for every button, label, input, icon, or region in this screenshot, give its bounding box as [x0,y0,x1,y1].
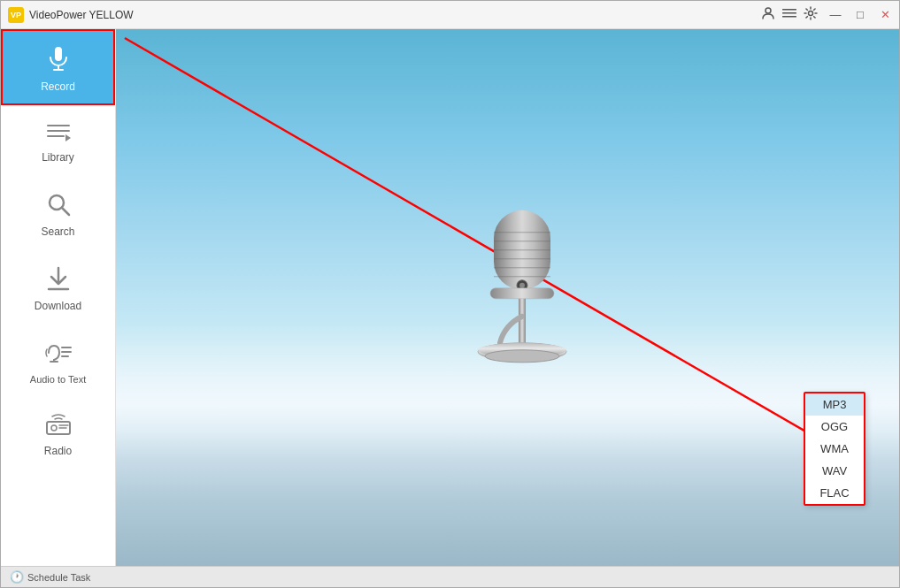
sidebar-item-audio-to-text-label: Audio to Text [30,374,86,385]
radio-icon [45,413,72,439]
main-content: Record Library [1,29,899,566]
microphone-image [451,201,593,386]
svg-marker-11 [65,134,71,141]
svg-rect-2 [782,12,796,14]
sidebar-item-library-label: Library [42,151,74,164]
format-wav[interactable]: WAV [805,460,864,482]
maximize-button[interactable]: □ [853,8,867,22]
close-button[interactable]: ✕ [878,8,892,22]
app-window: VP VideoPower YELLOW [0,0,900,588]
sidebar-item-download-label: Download [35,300,81,312]
sidebar-item-record[interactable]: Record [1,29,115,105]
format-wma[interactable]: WMA [805,438,864,460]
sidebar-item-audio-to-text[interactable]: Audio to Text [1,325,115,397]
audio-to-text-icon [45,340,72,369]
sidebar: Record Library [1,29,116,566]
svg-rect-1 [782,9,796,11]
title-bar: VP VideoPower YELLOW [1,1,899,29]
svg-point-4 [809,11,813,16]
svg-point-33 [519,282,525,287]
title-bar-icons [761,6,818,23]
status-bar: 🕐 Schedule Task [1,566,899,587]
library-icon [46,121,71,146]
content-area: MP3 OGG WMA WAV FLAC [116,29,899,566]
svg-rect-3 [782,16,796,18]
search-icon [46,192,71,220]
minimize-button[interactable]: — [828,8,842,22]
sidebar-item-download[interactable]: Download [1,250,115,325]
record-icon [45,45,72,75]
svg-point-0 [765,8,771,13]
schedule-clock-icon: 🕐 [10,570,24,584]
format-flac[interactable]: FLAC [805,482,864,504]
title-bar-right: — □ ✕ [761,6,892,23]
format-mp3[interactable]: MP3 [805,393,864,416]
sidebar-item-library[interactable]: Library [1,105,115,176]
download-icon [47,266,70,294]
menu-icon[interactable] [782,6,796,23]
svg-point-38 [485,349,559,362]
svg-point-20 [51,425,57,431]
svg-rect-5 [55,47,62,61]
title-bar-left: VP VideoPower YELLOW [8,7,134,23]
svg-rect-35 [519,298,526,342]
svg-line-13 [62,208,69,215]
settings-icon[interactable] [804,6,818,23]
sidebar-item-search-label: Search [41,225,74,238]
format-popup: MP3 OGG WMA WAV FLAC [804,392,865,506]
sidebar-item-radio[interactable]: Radio [1,397,115,470]
sidebar-item-search[interactable]: Search [1,176,115,250]
svg-rect-34 [490,287,554,298]
app-icon: VP [8,7,24,23]
app-title: VideoPower YELLOW [29,9,134,21]
user-icon[interactable] [761,6,775,23]
sidebar-item-radio-label: Radio [44,445,72,457]
format-ogg[interactable]: OGG [805,416,864,438]
schedule-task-label[interactable]: Schedule Task [27,572,90,583]
sidebar-item-record-label: Record [41,80,75,93]
